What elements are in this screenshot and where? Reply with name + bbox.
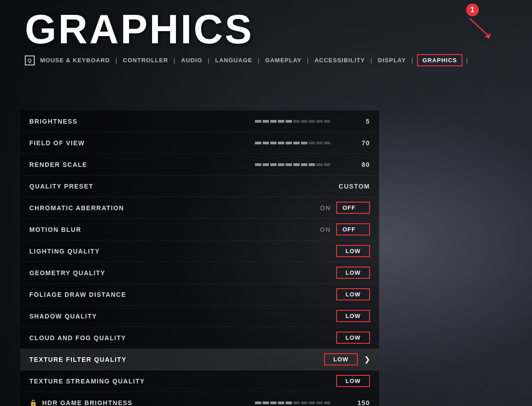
- cloud-fog-quality-value: LOW: [337, 332, 369, 343]
- bar-seg: [270, 401, 277, 404]
- setting-value-area-foliage-draw-distance: LOW: [336, 288, 370, 300]
- foliage-draw-distance-box[interactable]: LOW: [336, 288, 370, 300]
- nav-item-language[interactable]: LANGUAGE: [213, 56, 254, 65]
- bar-seg: [301, 163, 307, 166]
- setting-label-chromatic-aberration: CHROMATIC ABERRATION: [29, 204, 124, 212]
- bar-seg: [286, 120, 292, 123]
- setting-row-quality-preset[interactable]: QUALITY PRESET CUSTOM: [20, 175, 379, 197]
- slider-fov[interactable]: [255, 142, 330, 144]
- page-title: GRAPHICS: [0, 0, 532, 50]
- setting-row-chromatic-aberration[interactable]: CHROMATIC ABERRATION ON OFF: [20, 197, 379, 219]
- lock-icon-hdr-game-brightness: 🔒: [29, 399, 38, 406]
- setting-row-shadow-quality[interactable]: SHADOW QUALITY LOW: [20, 305, 379, 327]
- nav-sep-4: |: [258, 57, 260, 64]
- nav-item-accessibility[interactable]: ACCESSIBILITY: [313, 56, 367, 65]
- setting-row-hdr-game-brightness[interactable]: 🔒 HDR GAME BRIGHTNESS 150: [20, 392, 379, 406]
- bar-seg: [324, 120, 330, 123]
- setting-label-quality-preset: QUALITY PRESET: [29, 183, 93, 190]
- setting-value-area-cloud-fog-quality: LOW: [336, 332, 370, 344]
- geometry-quality-box[interactable]: LOW: [336, 267, 370, 279]
- annotation-arrow: [467, 16, 495, 39]
- texture-streaming-quality-box[interactable]: LOW: [336, 375, 370, 387]
- shadow-quality-box[interactable]: LOW: [336, 310, 370, 322]
- nav-item-gameplay[interactable]: GAMEPLAY: [264, 56, 303, 65]
- setting-value-area-texture-filter-quality: LOW ❯: [324, 353, 370, 365]
- texture-filter-quality-box[interactable]: LOW: [324, 353, 358, 365]
- bar-seg: [255, 120, 261, 123]
- setting-row-motion-blur[interactable]: MOTION BLUR ON OFF: [20, 219, 379, 240]
- bar-seg: [263, 163, 269, 166]
- nav-item-audio[interactable]: AUDIO: [179, 56, 204, 65]
- setting-label-lighting-quality: LIGHTING QUALITY: [29, 248, 100, 255]
- settings-panel: BRIGHTNESS 5 FIELD OF VIEW: [20, 111, 379, 406]
- bar-seg: [301, 142, 307, 144]
- bar-seg: [301, 120, 307, 123]
- bar-seg: [263, 401, 269, 404]
- bar-seg: [324, 163, 330, 166]
- setting-row-cloud-fog-quality[interactable]: CLOUD AND FOG QUALITY LOW: [20, 327, 379, 349]
- setting-row-geometry-quality[interactable]: GEOMETRY QUALITY LOW: [20, 262, 379, 284]
- setting-value-hdr-game-brightness: 150: [334, 399, 370, 406]
- setting-row-texture-streaming-quality[interactable]: TEXTURE STREAMING QUALITY LOW: [20, 370, 379, 392]
- setting-value-area-lighting-quality: LOW: [336, 245, 370, 257]
- nav-sep-5: |: [307, 57, 309, 64]
- motion-blur-box[interactable]: OFF: [336, 223, 370, 235]
- setting-row-brightness[interactable]: BRIGHTNESS 5: [20, 111, 379, 132]
- bar-seg: [270, 120, 277, 123]
- nav-item-display[interactable]: DISPLAY: [376, 56, 408, 65]
- nav-sep-6: |: [370, 57, 373, 64]
- setting-value-area-shadow-quality: LOW: [336, 310, 370, 322]
- bar-seg: [316, 120, 323, 123]
- setting-value-brightness: 5: [334, 118, 370, 125]
- chromatic-aberration-box[interactable]: OFF: [336, 202, 370, 214]
- bar-seg: [309, 142, 315, 144]
- setting-value-area-hdr-game-brightness: 150: [255, 399, 370, 406]
- bar-seg: [286, 142, 292, 144]
- chromatic-off-value: OFF: [337, 203, 369, 213]
- setting-row-fov[interactable]: FIELD OF VIEW 70: [20, 132, 379, 154]
- nav-sep-2: |: [174, 57, 176, 64]
- bar-seg: [293, 401, 300, 404]
- bar-seg: [278, 142, 284, 144]
- lighting-quality-box[interactable]: LOW: [336, 245, 370, 257]
- nav-sep-1: |: [116, 57, 118, 64]
- setting-label-hdr-game-brightness: 🔒 HDR GAME BRIGHTNESS: [29, 399, 133, 406]
- nav-item-controller[interactable]: CONTROLLER: [121, 56, 170, 65]
- nav-icon-q: Q: [25, 55, 35, 65]
- svg-marker-1: [485, 33, 491, 39]
- setting-row-lighting-quality[interactable]: LIGHTING QUALITY LOW: [20, 240, 379, 262]
- cloud-fog-quality-box[interactable]: LOW: [336, 332, 370, 344]
- chromatic-on-label: ON: [295, 204, 331, 212]
- slider-brightness[interactable]: [255, 120, 330, 123]
- setting-label-cloud-fog-quality: CLOUD AND FOG QUALITY: [29, 334, 126, 341]
- setting-value-quality-preset: CUSTOM: [334, 183, 370, 190]
- nav-item-mouse-keyboard[interactable]: MOUSE & KEYBOARD: [38, 56, 112, 65]
- setting-row-render-scale[interactable]: RENDER SCALE 80: [20, 154, 379, 175]
- foliage-draw-distance-value: LOW: [337, 289, 369, 300]
- texture-filter-quality-value: LOW: [325, 354, 357, 364]
- setting-label-texture-filter-quality: TEXTURE FILTER QUALITY: [29, 356, 127, 363]
- setting-value-render-scale: 80: [334, 161, 370, 168]
- motion-blur-on-label: ON: [295, 226, 331, 233]
- setting-label-render-scale: RENDER SCALE: [29, 161, 87, 168]
- setting-row-foliage-draw-distance[interactable]: FOLIAGE DRAW DISTANCE LOW: [20, 284, 379, 305]
- bar-seg: [255, 163, 261, 166]
- slider-render-scale[interactable]: [255, 163, 330, 166]
- bar-seg: [286, 401, 292, 404]
- setting-row-texture-filter-quality[interactable]: TEXTURE FILTER QUALITY LOW ❯: [20, 349, 379, 370]
- nav-item-graphics[interactable]: GRAPHICS: [417, 54, 463, 66]
- nav-sep-7: |: [412, 57, 414, 64]
- setting-value-area-fov: 70: [255, 139, 370, 147]
- setting-label-fov: FIELD OF VIEW: [29, 139, 85, 147]
- bar-seg: [278, 120, 284, 123]
- texture-streaming-quality-value: LOW: [337, 376, 369, 386]
- bar-seg: [293, 163, 300, 166]
- bar-seg: [316, 401, 323, 404]
- bar-seg: [324, 401, 330, 404]
- setting-value-area-render-scale: 80: [255, 161, 370, 168]
- bar-seg: [278, 163, 284, 166]
- setting-value-area-motion-blur: ON OFF: [295, 223, 370, 235]
- bar-seg: [324, 142, 330, 144]
- motion-blur-off-value: OFF: [337, 224, 369, 235]
- bar-seg: [293, 142, 300, 144]
